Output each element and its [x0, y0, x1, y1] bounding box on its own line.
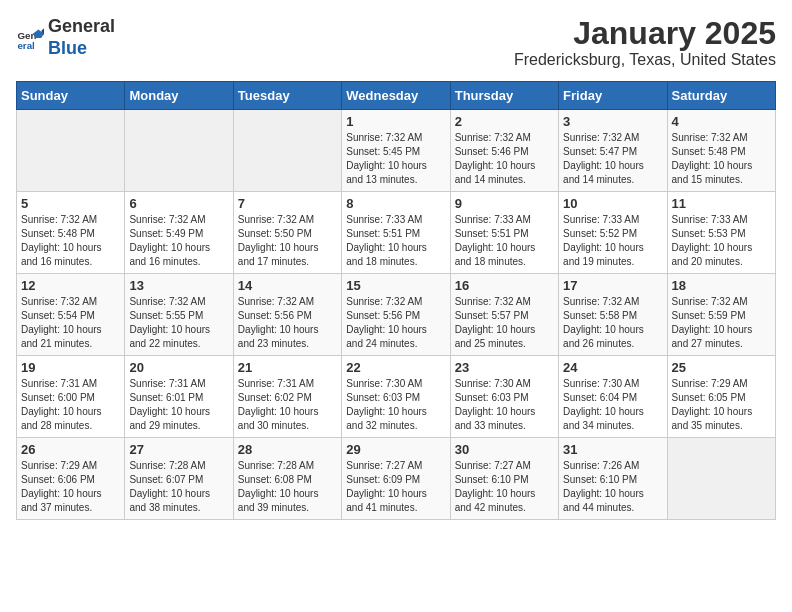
weekday-header-tuesday: Tuesday	[233, 82, 341, 110]
day-cell: 16Sunrise: 7:32 AM Sunset: 5:57 PM Dayli…	[450, 274, 558, 356]
logo-text: General Blue	[48, 16, 115, 59]
day-cell: 27Sunrise: 7:28 AM Sunset: 6:07 PM Dayli…	[125, 438, 233, 520]
logo-line1: General	[48, 16, 115, 36]
day-cell: 9Sunrise: 7:33 AM Sunset: 5:51 PM Daylig…	[450, 192, 558, 274]
day-number: 28	[238, 442, 337, 457]
day-cell: 28Sunrise: 7:28 AM Sunset: 6:08 PM Dayli…	[233, 438, 341, 520]
day-info: Sunrise: 7:33 AM Sunset: 5:52 PM Dayligh…	[563, 213, 662, 269]
day-number: 22	[346, 360, 445, 375]
day-cell: 18Sunrise: 7:32 AM Sunset: 5:59 PM Dayli…	[667, 274, 775, 356]
day-number: 4	[672, 114, 771, 129]
day-cell	[667, 438, 775, 520]
day-info: Sunrise: 7:32 AM Sunset: 5:55 PM Dayligh…	[129, 295, 228, 351]
day-info: Sunrise: 7:30 AM Sunset: 6:03 PM Dayligh…	[455, 377, 554, 433]
day-number: 15	[346, 278, 445, 293]
day-cell: 3Sunrise: 7:32 AM Sunset: 5:47 PM Daylig…	[559, 110, 667, 192]
day-info: Sunrise: 7:32 AM Sunset: 5:54 PM Dayligh…	[21, 295, 120, 351]
day-number: 26	[21, 442, 120, 457]
day-number: 24	[563, 360, 662, 375]
logo: Gen eral General Blue	[16, 16, 115, 59]
weekday-header-row: SundayMondayTuesdayWednesdayThursdayFrid…	[17, 82, 776, 110]
day-cell: 1Sunrise: 7:32 AM Sunset: 5:45 PM Daylig…	[342, 110, 450, 192]
day-info: Sunrise: 7:33 AM Sunset: 5:53 PM Dayligh…	[672, 213, 771, 269]
day-number: 6	[129, 196, 228, 211]
title-block: January 2025 Fredericksburg, Texas, Unit…	[514, 16, 776, 69]
day-cell: 10Sunrise: 7:33 AM Sunset: 5:52 PM Dayli…	[559, 192, 667, 274]
day-cell: 25Sunrise: 7:29 AM Sunset: 6:05 PM Dayli…	[667, 356, 775, 438]
day-number: 25	[672, 360, 771, 375]
day-info: Sunrise: 7:30 AM Sunset: 6:03 PM Dayligh…	[346, 377, 445, 433]
day-number: 17	[563, 278, 662, 293]
week-row-2: 5Sunrise: 7:32 AM Sunset: 5:48 PM Daylig…	[17, 192, 776, 274]
day-info: Sunrise: 7:32 AM Sunset: 5:46 PM Dayligh…	[455, 131, 554, 187]
day-info: Sunrise: 7:32 AM Sunset: 5:57 PM Dayligh…	[455, 295, 554, 351]
day-cell: 31Sunrise: 7:26 AM Sunset: 6:10 PM Dayli…	[559, 438, 667, 520]
day-cell: 26Sunrise: 7:29 AM Sunset: 6:06 PM Dayli…	[17, 438, 125, 520]
day-number: 2	[455, 114, 554, 129]
day-cell: 14Sunrise: 7:32 AM Sunset: 5:56 PM Dayli…	[233, 274, 341, 356]
day-info: Sunrise: 7:31 AM Sunset: 6:00 PM Dayligh…	[21, 377, 120, 433]
day-number: 18	[672, 278, 771, 293]
week-row-1: 1Sunrise: 7:32 AM Sunset: 5:45 PM Daylig…	[17, 110, 776, 192]
day-number: 12	[21, 278, 120, 293]
day-number: 13	[129, 278, 228, 293]
week-row-4: 19Sunrise: 7:31 AM Sunset: 6:00 PM Dayli…	[17, 356, 776, 438]
day-number: 31	[563, 442, 662, 457]
day-number: 20	[129, 360, 228, 375]
day-info: Sunrise: 7:27 AM Sunset: 6:09 PM Dayligh…	[346, 459, 445, 515]
week-row-3: 12Sunrise: 7:32 AM Sunset: 5:54 PM Dayli…	[17, 274, 776, 356]
day-info: Sunrise: 7:32 AM Sunset: 5:47 PM Dayligh…	[563, 131, 662, 187]
day-info: Sunrise: 7:32 AM Sunset: 5:56 PM Dayligh…	[346, 295, 445, 351]
logo-line2: Blue	[48, 38, 87, 58]
day-cell: 29Sunrise: 7:27 AM Sunset: 6:09 PM Dayli…	[342, 438, 450, 520]
day-cell: 20Sunrise: 7:31 AM Sunset: 6:01 PM Dayli…	[125, 356, 233, 438]
weekday-header-friday: Friday	[559, 82, 667, 110]
day-info: Sunrise: 7:31 AM Sunset: 6:02 PM Dayligh…	[238, 377, 337, 433]
day-number: 27	[129, 442, 228, 457]
day-number: 7	[238, 196, 337, 211]
logo-icon: Gen eral	[16, 24, 44, 52]
day-cell: 6Sunrise: 7:32 AM Sunset: 5:49 PM Daylig…	[125, 192, 233, 274]
day-info: Sunrise: 7:28 AM Sunset: 6:08 PM Dayligh…	[238, 459, 337, 515]
weekday-header-saturday: Saturday	[667, 82, 775, 110]
day-cell: 5Sunrise: 7:32 AM Sunset: 5:48 PM Daylig…	[17, 192, 125, 274]
day-cell: 12Sunrise: 7:32 AM Sunset: 5:54 PM Dayli…	[17, 274, 125, 356]
day-number: 8	[346, 196, 445, 211]
day-info: Sunrise: 7:26 AM Sunset: 6:10 PM Dayligh…	[563, 459, 662, 515]
day-cell: 7Sunrise: 7:32 AM Sunset: 5:50 PM Daylig…	[233, 192, 341, 274]
day-number: 11	[672, 196, 771, 211]
day-number: 23	[455, 360, 554, 375]
day-cell: 22Sunrise: 7:30 AM Sunset: 6:03 PM Dayli…	[342, 356, 450, 438]
day-cell: 24Sunrise: 7:30 AM Sunset: 6:04 PM Dayli…	[559, 356, 667, 438]
day-info: Sunrise: 7:30 AM Sunset: 6:04 PM Dayligh…	[563, 377, 662, 433]
svg-text:eral: eral	[17, 40, 35, 51]
day-info: Sunrise: 7:32 AM Sunset: 5:56 PM Dayligh…	[238, 295, 337, 351]
day-info: Sunrise: 7:32 AM Sunset: 5:45 PM Dayligh…	[346, 131, 445, 187]
calendar-subtitle: Fredericksburg, Texas, United States	[514, 51, 776, 69]
day-cell	[125, 110, 233, 192]
day-number: 5	[21, 196, 120, 211]
day-info: Sunrise: 7:29 AM Sunset: 6:05 PM Dayligh…	[672, 377, 771, 433]
day-info: Sunrise: 7:28 AM Sunset: 6:07 PM Dayligh…	[129, 459, 228, 515]
day-cell: 21Sunrise: 7:31 AM Sunset: 6:02 PM Dayli…	[233, 356, 341, 438]
day-number: 10	[563, 196, 662, 211]
day-info: Sunrise: 7:32 AM Sunset: 5:48 PM Dayligh…	[21, 213, 120, 269]
day-number: 30	[455, 442, 554, 457]
day-cell: 30Sunrise: 7:27 AM Sunset: 6:10 PM Dayli…	[450, 438, 558, 520]
day-number: 3	[563, 114, 662, 129]
page-header: Gen eral General Blue January 2025 Frede…	[16, 16, 776, 69]
day-number: 16	[455, 278, 554, 293]
day-cell	[17, 110, 125, 192]
week-row-5: 26Sunrise: 7:29 AM Sunset: 6:06 PM Dayli…	[17, 438, 776, 520]
day-info: Sunrise: 7:29 AM Sunset: 6:06 PM Dayligh…	[21, 459, 120, 515]
day-info: Sunrise: 7:33 AM Sunset: 5:51 PM Dayligh…	[346, 213, 445, 269]
weekday-header-sunday: Sunday	[17, 82, 125, 110]
day-number: 21	[238, 360, 337, 375]
day-info: Sunrise: 7:31 AM Sunset: 6:01 PM Dayligh…	[129, 377, 228, 433]
day-cell: 15Sunrise: 7:32 AM Sunset: 5:56 PM Dayli…	[342, 274, 450, 356]
day-cell	[233, 110, 341, 192]
day-cell: 19Sunrise: 7:31 AM Sunset: 6:00 PM Dayli…	[17, 356, 125, 438]
day-cell: 8Sunrise: 7:33 AM Sunset: 5:51 PM Daylig…	[342, 192, 450, 274]
weekday-header-monday: Monday	[125, 82, 233, 110]
weekday-header-thursday: Thursday	[450, 82, 558, 110]
